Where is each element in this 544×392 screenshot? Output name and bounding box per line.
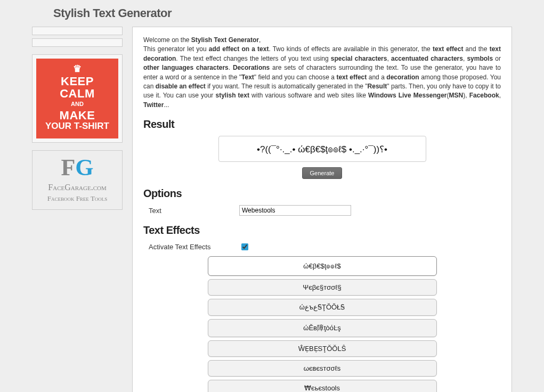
kc-line: YOUR T-SHIRT bbox=[38, 121, 116, 131]
fg-logo: FG bbox=[35, 156, 120, 179]
sidebar-slot bbox=[32, 38, 123, 47]
main-panel: Welcome on the Stylish Text Generator, T… bbox=[132, 27, 512, 392]
facegarage-ad[interactable]: FG FaceGarage.com Facebook Free Tools bbox=[32, 150, 123, 210]
kc-line: KEEP bbox=[38, 75, 116, 87]
intro-text: Welcome on the Stylish Text Generator, T… bbox=[143, 36, 501, 110]
activate-checkbox[interactable] bbox=[241, 243, 248, 250]
result-heading: Result bbox=[143, 118, 501, 130]
effect-item[interactable]: ώﻉъﻉᎦŢŎŎŁᎦ bbox=[208, 299, 437, 316]
effect-item[interactable]: ώĔв障ţòόĿş bbox=[208, 319, 437, 337]
fg-g: G bbox=[75, 154, 93, 181]
kc-line: MAKE bbox=[38, 109, 116, 121]
kc-line: AND bbox=[38, 101, 116, 108]
sidebar-slot bbox=[32, 27, 123, 35]
crown-icon: ♛ bbox=[38, 64, 116, 74]
fg-f: F bbox=[61, 154, 75, 181]
fg-tag: Facebook Free Tools bbox=[35, 194, 120, 203]
fg-site: FaceGarage.com bbox=[35, 183, 120, 192]
effects-list: ώ€β€$ţ๏๏ℓ$ Ψєβє§тσσℓ§ ώﻉъﻉᎦŢŎŎŁᎦ ώĔв障ţòό… bbox=[143, 256, 501, 392]
effect-item[interactable]: Ψєβє§тσσℓ§ bbox=[208, 279, 437, 296]
sidebar: ♛ KEEP CALM AND MAKE YOUR T-SHIRT FG Fac… bbox=[32, 27, 123, 210]
text-input[interactable] bbox=[239, 205, 351, 216]
effect-item[interactable]: ωєвєѕтσσℓѕ bbox=[208, 360, 437, 377]
text-label: Text bbox=[149, 207, 239, 215]
text-effects-heading: Text Effects bbox=[143, 224, 501, 236]
generate-button[interactable]: Generate bbox=[302, 167, 343, 179]
page-title: Stylish Text Generator bbox=[53, 6, 533, 20]
activate-label: Activate Text Effects bbox=[149, 243, 239, 251]
effect-item[interactable]: ₩єьєstools bbox=[208, 380, 437, 392]
kc-line: CALM bbox=[38, 87, 116, 100]
keep-calm-ad[interactable]: ♛ KEEP CALM AND MAKE YOUR T-SHIRT bbox=[32, 54, 123, 143]
result-output[interactable]: •?((¯°·._.• ώ€β€$ţ๏๏ℓ$ •._.·°¯))؟• bbox=[218, 136, 426, 162]
options-heading: Options bbox=[143, 187, 501, 200]
effect-item[interactable]: ŴẸBẸSŢŎŎLŜ bbox=[208, 340, 437, 357]
effect-item[interactable]: ώ€β€$ţ๏๏ℓ$ bbox=[208, 256, 437, 276]
